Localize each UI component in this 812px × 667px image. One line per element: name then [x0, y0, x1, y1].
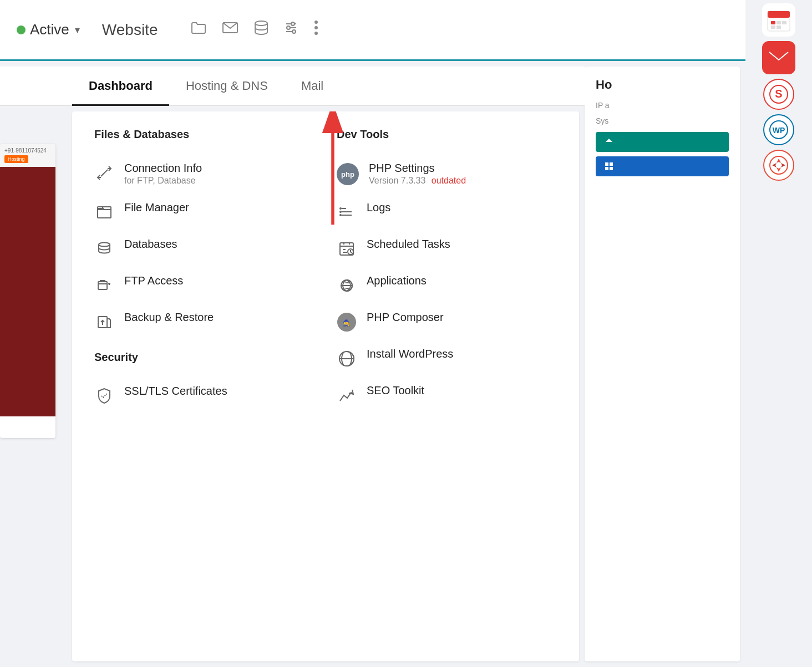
sidebar-icon-craft[interactable]	[763, 150, 794, 181]
menu-item-applications[interactable]: Applications	[337, 267, 557, 303]
seo-toolkit-text: SEO Toolkit	[367, 384, 424, 397]
action-btn-1[interactable]	[596, 132, 729, 152]
svg-point-21	[339, 207, 342, 210]
scheduled-tasks-icon	[337, 239, 357, 259]
menu-item-seo-toolkit[interactable]: SEO Toolkit	[337, 376, 557, 413]
svg-text:🧙: 🧙	[343, 319, 351, 327]
status-badge[interactable]: Active ▾	[17, 21, 80, 38]
logs-icon	[337, 202, 357, 222]
tab-mail[interactable]: Mail	[285, 67, 340, 105]
svg-point-8	[314, 21, 318, 24]
logs-text: Logs	[367, 201, 390, 214]
svg-text:WP: WP	[773, 126, 785, 135]
svg-point-10	[314, 32, 318, 35]
svg-point-7	[292, 30, 296, 33]
right-info-panel: Ho IP a Sys	[585, 67, 740, 661]
svg-rect-34	[610, 167, 613, 170]
tab-dashboard[interactable]: Dashboard	[72, 67, 169, 105]
scheduled-tasks-text: Scheduled Tasks	[367, 238, 450, 251]
svg-point-3	[291, 22, 295, 26]
svg-text:S: S	[775, 88, 782, 100]
ssl-icon	[94, 386, 114, 406]
svg-rect-31	[605, 162, 608, 166]
right-sidebar: S WP	[745, 0, 812, 667]
security-title: Security	[94, 351, 314, 364]
php-composer-icon: 🧙	[337, 312, 357, 332]
file-manager-text: File Manager	[124, 201, 189, 214]
connection-info-text: Connection Info for FTP, Database	[124, 162, 202, 186]
database-icon[interactable]	[254, 20, 268, 39]
sidebar-icon-calendar[interactable]	[762, 3, 795, 37]
menu-item-ssl[interactable]: SSL/TLS Certificates	[94, 377, 314, 414]
menu-item-logs[interactable]: Logs	[337, 194, 557, 230]
status-label: Active	[30, 21, 69, 38]
menu-item-install-wordpress[interactable]: Install WordPress	[337, 340, 557, 376]
databases-text: Databases	[124, 238, 177, 251]
files-databases-title: Files & Databases	[94, 128, 314, 141]
sidebar-icon-wordpress[interactable]: WP	[763, 114, 794, 145]
svg-point-1	[255, 21, 267, 26]
menu-item-php-composer[interactable]: 🧙 PHP Composer	[337, 303, 557, 340]
svg-point-22	[339, 211, 342, 213]
menu-item-scheduled-tasks[interactable]: Scheduled Tasks	[337, 230, 557, 267]
svg-rect-41	[777, 26, 781, 29]
databases-icon	[94, 239, 114, 259]
menu-item-php-settings[interactable]: php PHP Settings Version 7.3.33 outdated	[337, 154, 557, 194]
connection-icon	[94, 163, 114, 183]
left-column: Files & Databases Co	[94, 128, 314, 414]
svg-rect-33	[605, 167, 608, 170]
menu-item-ftp[interactable]: FTP Access	[94, 267, 314, 303]
svg-rect-38	[777, 21, 781, 24]
menu-item-connection-info[interactable]: Connection Info for FTP, Database	[94, 154, 314, 194]
ftp-text: FTP Access	[124, 274, 183, 287]
svg-point-15	[99, 243, 110, 247]
more-options-icon[interactable]	[314, 20, 318, 39]
svg-rect-32	[610, 162, 613, 166]
main-panel: Files & Databases Co	[72, 111, 579, 661]
right-panel-title: Ho	[596, 78, 729, 92]
php-icon: php	[337, 163, 359, 185]
nav-tabs: Dashboard Hosting & DNS Mail	[0, 67, 585, 106]
website-label: Website	[102, 21, 158, 39]
svg-point-23	[339, 214, 342, 216]
mail-icon[interactable]	[222, 21, 238, 38]
sidebar-icon-mail[interactable]	[762, 41, 795, 74]
svg-rect-39	[782, 21, 786, 24]
menu-item-backup[interactable]: Backup & Restore	[94, 303, 314, 340]
php-settings-text: PHP Settings Version 7.3.33 outdated	[369, 162, 466, 186]
svg-rect-16	[98, 282, 107, 289]
install-wordpress-text: Install WordPress	[367, 348, 453, 360]
svg-rect-40	[771, 26, 775, 29]
menu-item-file-manager[interactable]: File Manager	[94, 194, 314, 230]
top-header: Active ▾ Website	[0, 0, 745, 61]
sys-field: Sys	[596, 116, 729, 125]
status-chevron: ▾	[75, 24, 80, 36]
svg-rect-37	[771, 21, 775, 24]
ssl-text: SSL/TLS Certificates	[124, 385, 227, 398]
header-icons	[191, 20, 318, 39]
svg-point-9	[314, 26, 318, 29]
settings-sliders-icon[interactable]	[284, 21, 298, 39]
backup-text: Backup & Restore	[124, 311, 214, 324]
right-column: Dev Tools php PHP Settings Version 7.3.3…	[337, 128, 557, 414]
ip-field: IP a	[596, 101, 729, 110]
file-manager-icon	[94, 202, 114, 222]
svg-rect-42	[769, 50, 788, 65]
backup-icon	[94, 312, 114, 332]
php-composer-text: PHP Composer	[367, 311, 444, 324]
sidebar-icon-swiftly[interactable]: S	[763, 79, 794, 110]
tab-hosting-dns[interactable]: Hosting & DNS	[169, 67, 285, 105]
svg-rect-36	[768, 11, 790, 18]
applications-icon	[337, 276, 357, 296]
folder-icon[interactable]	[191, 21, 206, 38]
applications-text: Applications	[367, 274, 427, 287]
svg-point-5	[287, 26, 290, 29]
ftp-icon	[94, 276, 114, 296]
seo-toolkit-icon	[337, 385, 357, 405]
dev-tools-title: Dev Tools	[337, 128, 557, 141]
menu-item-databases[interactable]: Databases	[94, 230, 314, 267]
action-btn-2[interactable]	[596, 156, 729, 176]
status-dot	[17, 26, 26, 34]
wordpress-icon	[337, 349, 357, 369]
